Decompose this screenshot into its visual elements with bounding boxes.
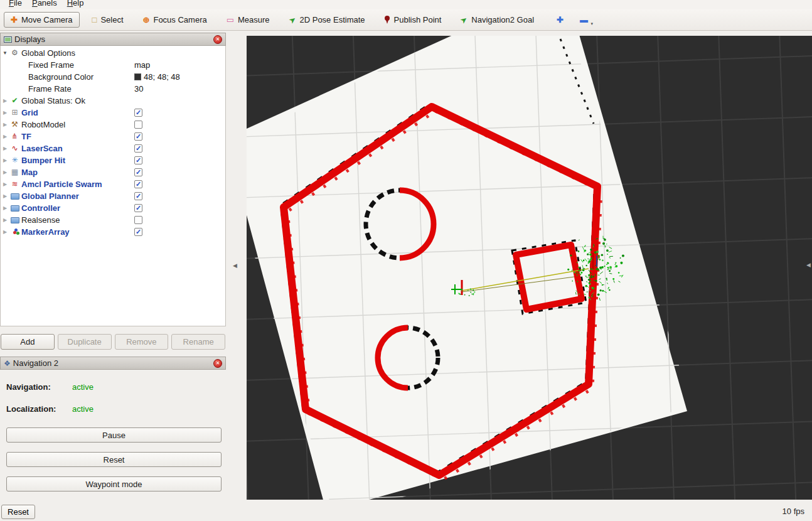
arrow-right-icon[interactable]: ▶: [1, 181, 9, 187]
display-checkbox[interactable]: ✓: [134, 180, 142, 188]
tree-value: map: [134, 60, 150, 70]
tree-row[interactable]: ▶⋔TF✓: [1, 131, 225, 142]
laser-icon: ∿: [9, 142, 20, 154]
tree-label: Map: [21, 168, 38, 177]
panel-collapse-right-icon[interactable]: ◀: [806, 262, 811, 268]
display-checkbox[interactable]: ✓: [134, 192, 142, 200]
navigation2-panel-body: Navigation:activeLocalization:active Pau…: [0, 370, 226, 491]
display-checkbox[interactable]: ✓: [134, 168, 142, 176]
arrow-right-icon[interactable]: ▶: [1, 158, 9, 163]
arrow-right-icon[interactable]: ▶: [1, 122, 9, 127]
pause-button[interactable]: Pause: [6, 427, 222, 443]
nav2-status-label: Navigation:: [6, 382, 72, 392]
navigation2-close-button[interactable]: ✕: [213, 359, 222, 368]
tree-row[interactable]: ▶∿LaserScan✓: [1, 142, 225, 154]
tree-subrow[interactable]: Background Color48; 48; 48: [1, 71, 225, 83]
displays-panel-title: Displays: [14, 35, 213, 44]
arrow-right-icon[interactable]: ▶: [1, 193, 9, 199]
tool-navigation2-goal[interactable]: ➤Navigation2 Goal: [454, 12, 541, 28]
waypoint-mode-button[interactable]: Waypoint mode: [6, 476, 222, 491]
tree-label: Bumper Hit: [21, 156, 65, 165]
tree-label: RobotModel: [21, 120, 65, 129]
tree-label: Controller: [21, 203, 60, 213]
tool-measure[interactable]: ▭Measure: [220, 12, 277, 28]
display-checkbox[interactable]: ✓: [134, 204, 142, 212]
display-checkbox[interactable]: ✓: [134, 156, 142, 164]
display-checkbox[interactable]: ✓: [134, 132, 142, 141]
tree-value: 48; 48; 48: [134, 72, 180, 82]
nav2-buttons: PauseResetWaypoint mode: [6, 426, 226, 491]
tool-move-camera[interactable]: ✚Move Camera: [4, 12, 80, 28]
tool-label: Select: [100, 15, 123, 24]
menu-item-help[interactable]: Help: [62, 0, 89, 8]
arrow-right-icon[interactable]: ▶: [1, 134, 9, 139]
tool-label: Move Camera: [21, 15, 73, 24]
tree-subrow[interactable]: Frame Rate30: [1, 83, 225, 95]
bumper-icon: ✳: [9, 154, 20, 166]
tree-row[interactable]: ▶✔Global Status: Ok: [1, 95, 225, 107]
3d-viewport-canvas[interactable]: [247, 36, 812, 500]
add-tool-button[interactable]: ✚: [552, 13, 569, 28]
tool-label: Measure: [238, 15, 270, 24]
tree-row[interactable]: ▶Realsense: [1, 214, 225, 226]
arrow-down-icon[interactable]: ▼: [1, 50, 9, 56]
arrow-right-icon[interactable]: ▶: [1, 217, 9, 223]
tree-row[interactable]: ▶MarkerArray✓: [1, 226, 225, 238]
tree-row[interactable]: ▶≋Amcl Particle Swarm✓: [1, 178, 225, 190]
close-icon: ✕: [216, 36, 220, 42]
display-checkbox[interactable]: [134, 121, 142, 129]
arrow-right-icon[interactable]: ▶: [1, 205, 9, 211]
display-checkbox[interactable]: ✓: [134, 228, 142, 236]
menu-item-panels[interactable]: Panels: [27, 0, 62, 8]
arrow-right-icon[interactable]: ▶: [1, 146, 9, 151]
displays-panel-header[interactable]: Displays ✕: [0, 33, 226, 46]
measure-icon: ▭: [227, 16, 234, 24]
display-checkbox[interactable]: [134, 216, 142, 224]
tool-select[interactable]: □Select: [85, 12, 131, 28]
tree-row[interactable]: ▶Global Planner✓: [1, 190, 225, 202]
duplicate-button: Duplicate: [58, 334, 112, 350]
tree-row[interactable]: ▼⚙Global Options: [1, 47, 225, 59]
focus-icon: ⊕: [143, 16, 150, 24]
tree-value: 30: [134, 84, 143, 94]
amcl-icon: ≋: [9, 178, 20, 190]
tool-publish-point[interactable]: Publish Point: [378, 12, 449, 28]
tree-label: TF: [21, 132, 31, 141]
folder-icon: [9, 202, 20, 214]
render-viewport[interactable]: [247, 36, 812, 500]
arrow-right-icon[interactable]: ▶: [1, 110, 9, 115]
navigation2-panel-header[interactable]: ❖ Navigation 2 ✕: [0, 357, 226, 370]
tree-row[interactable]: ▶⚒RobotModel: [1, 119, 225, 131]
tree-label: Global Planner: [21, 191, 79, 201]
display-checkbox[interactable]: ✓: [134, 109, 142, 117]
tree-row[interactable]: ▶Controller✓: [1, 202, 225, 214]
reset-button[interactable]: Reset: [1, 505, 35, 519]
status-bar: Reset 10 fps: [0, 502, 812, 521]
tree-row[interactable]: ▶✳Bumper Hit✓: [1, 154, 225, 166]
remove-tool-button[interactable]: ▬ ▾: [575, 13, 593, 28]
reset-button[interactable]: Reset: [6, 452, 222, 467]
tree-label: Realsense: [21, 215, 60, 225]
tree-row[interactable]: ▶⊞Grid✓: [1, 107, 225, 119]
status_ok-icon: ✔: [9, 95, 20, 107]
nav2-status-label: Localization:: [6, 404, 72, 414]
displays-tree[interactable]: ▼⚙Global OptionsFixed FramemapBackground…: [0, 46, 226, 326]
arrow-right-icon[interactable]: ▶: [1, 169, 9, 175]
arrow-right-icon[interactable]: ▶: [1, 98, 9, 104]
tree-label: Global Status: Ok: [21, 96, 85, 105]
arrow-right-icon[interactable]: ▶: [1, 229, 9, 235]
color-swatch: [134, 73, 141, 80]
close-icon: ✕: [216, 360, 220, 366]
caret-down-icon: ▾: [590, 21, 593, 26]
folder-icon: [9, 190, 20, 202]
nav2-status-row: Navigation:active: [6, 382, 226, 392]
tree-subrow[interactable]: Fixed Framemap: [1, 59, 225, 71]
add-button[interactable]: Add: [1, 334, 55, 350]
panel-collapse-left-icon[interactable]: ◀: [233, 262, 237, 269]
tool-pose-estimate[interactable]: ➤2D Pose Estimate: [282, 12, 372, 28]
displays-close-button[interactable]: ✕: [213, 35, 222, 44]
display-checkbox[interactable]: ✓: [134, 144, 142, 153]
tree-row[interactable]: ▶▦Map✓: [1, 166, 225, 178]
menu-item-file[interactable]: File: [4, 0, 27, 8]
tool-focus-camera[interactable]: ⊕Focus Camera: [136, 12, 214, 28]
